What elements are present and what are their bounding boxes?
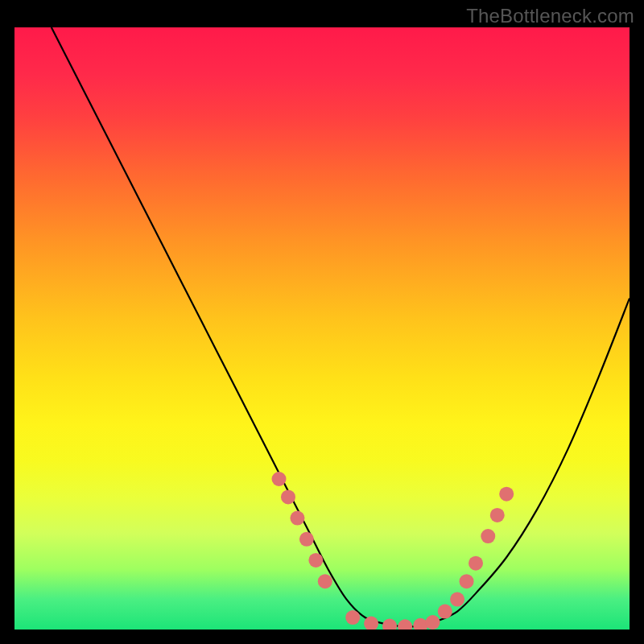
highlight-dot [481,529,495,543]
plot-area [14,27,630,630]
bottleneck-curve [52,27,630,627]
highlight-dot [398,619,412,630]
dots-layer [272,472,514,630]
highlight-dot [450,592,464,607]
highlight-dot [490,508,505,522]
highlight-dot [413,618,427,630]
highlight-dot [318,574,332,588]
chart-container: TheBottleneck.com [0,0,644,644]
highlight-dot [460,574,474,588]
highlight-dot [426,615,440,630]
highlight-dot [281,489,295,504]
highlight-dot [438,605,452,619]
watermark-text: TheBottleneck.com [466,5,634,27]
highlight-dot [272,472,287,486]
highlight-dot [499,487,514,502]
highlight-dot [345,610,360,625]
highlight-dot [469,556,483,571]
highlight-dot [290,511,304,526]
curve-layer [52,27,630,627]
highlight-dot [382,619,397,630]
chart-svg [14,27,630,630]
highlight-dot [308,553,323,568]
highlight-dot [299,532,314,547]
